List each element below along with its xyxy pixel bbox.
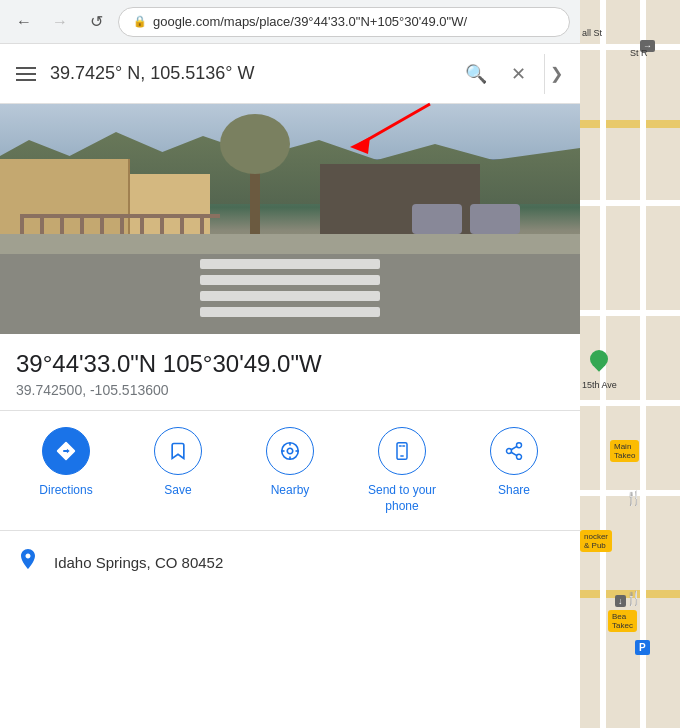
coordinates-dms: 39°44'33.0"N 105°30'49.0"W — [16, 350, 564, 378]
map-arrow: ↓ — [615, 595, 626, 607]
restaurant-icon: 🍴 — [625, 490, 642, 506]
back-button[interactable]: ← — [10, 8, 38, 36]
car-2 — [470, 204, 520, 234]
restaurant-icon: 🍴 — [625, 590, 642, 606]
send-to-phone-label: Send to your phone — [357, 483, 447, 514]
map-road-horizontal-major — [580, 120, 680, 128]
hamburger-line — [16, 73, 36, 75]
left-panel: ← → ↺ 🔒 google.com/maps/place/39°44'33.0… — [0, 0, 580, 728]
map-street-label: 15th Ave — [582, 380, 617, 390]
save-icon-circle — [154, 427, 202, 475]
tree — [250, 144, 260, 234]
collapse-button[interactable]: ❯ — [544, 54, 568, 94]
red-arrow-annotation — [320, 99, 440, 159]
reload-icon: ↺ — [90, 12, 103, 31]
location-row: Idaho Springs, CO 80452 — [0, 531, 580, 593]
search-query: 39.7425° N, 105.5136° W — [50, 63, 255, 84]
hamburger-line — [16, 67, 36, 69]
svg-line-0 — [360, 104, 430, 144]
share-label: Share — [498, 483, 530, 499]
lock-icon: 🔒 — [133, 15, 147, 28]
nearby-icon-circle — [266, 427, 314, 475]
hamburger-line — [16, 79, 36, 81]
parked-cars — [412, 204, 520, 234]
map-street-label: St R — [630, 48, 648, 58]
nearby-button[interactable]: Nearby — [245, 427, 335, 499]
search-icon: 🔍 — [465, 63, 487, 85]
forward-button[interactable]: → — [46, 8, 74, 36]
nearby-label: Nearby — [271, 483, 310, 499]
directions-button[interactable]: Directions — [21, 427, 111, 499]
svg-marker-1 — [350, 137, 370, 154]
map-road-horizontal — [580, 310, 680, 316]
trees — [220, 144, 320, 244]
street-view-image — [0, 104, 580, 334]
reload-button[interactable]: ↺ — [82, 8, 110, 36]
crosswalk-stripe — [200, 275, 380, 285]
location-pin-icon — [16, 547, 40, 577]
chevron-right-icon: ❯ — [550, 64, 563, 83]
location-address: Idaho Springs, CO 80452 — [54, 554, 223, 571]
car-1 — [412, 204, 462, 234]
share-button[interactable]: Share — [469, 427, 559, 499]
svg-point-3 — [287, 448, 293, 454]
map-road-horizontal — [580, 200, 680, 206]
browser-bar: ← → ↺ 🔒 google.com/maps/place/39°44'33.0… — [0, 0, 580, 44]
address-bar[interactable]: 🔒 google.com/maps/place/39°44'33.0"N+105… — [118, 7, 570, 37]
svg-line-13 — [511, 452, 517, 455]
svg-point-11 — [507, 449, 512, 454]
send-to-phone-button[interactable]: Send to your phone — [357, 427, 447, 514]
svg-point-12 — [517, 454, 522, 459]
action-buttons-row: Directions Save Nearby — [0, 411, 580, 531]
svg-line-14 — [511, 446, 517, 449]
map-poi: nocker& Pub — [580, 530, 612, 552]
share-icon — [504, 441, 524, 461]
close-icon: ✕ — [511, 63, 526, 85]
directions-icon-circle — [42, 427, 90, 475]
coordinates-decimal: 39.742500, -105.513600 — [16, 382, 564, 398]
search-input-wrapper: 39.7425° N, 105.5136° W — [50, 63, 450, 84]
search-bar: 39.7425° N, 105.5136° W 🔍 ✕ ❯ — [0, 44, 580, 104]
map-road-vertical — [640, 0, 646, 728]
map-background: → ↓ all St St R 15th Ave MainTakeo nocke… — [580, 0, 680, 728]
parking-icon: P — [635, 640, 650, 655]
back-icon: ← — [16, 13, 32, 31]
directions-label: Directions — [39, 483, 92, 499]
svg-rect-8 — [397, 443, 407, 460]
save-button[interactable]: Save — [133, 427, 223, 499]
phone-icon — [392, 441, 412, 461]
share-icon-circle — [490, 427, 538, 475]
crosswalk-stripe — [200, 307, 380, 317]
map-panel[interactable]: → ↓ all St St R 15th Ave MainTakeo nocke… — [580, 0, 680, 728]
map-street-label: all St — [582, 28, 602, 38]
nearby-icon — [279, 440, 301, 462]
send-to-phone-icon-circle — [378, 427, 426, 475]
map-poi: BeaTakec — [608, 610, 637, 632]
clear-button[interactable]: ✕ — [502, 58, 534, 90]
poi-marker — [586, 346, 611, 371]
url-text: google.com/maps/place/39°44'33.0"N+105°3… — [153, 14, 467, 29]
save-icon — [168, 441, 188, 461]
crosswalk-stripe — [200, 291, 380, 301]
svg-point-10 — [517, 443, 522, 448]
menu-button[interactable] — [12, 63, 40, 85]
crosswalk-stripe — [200, 259, 380, 269]
directions-icon — [55, 440, 77, 462]
search-button[interactable]: 🔍 — [460, 58, 492, 90]
map-poi: MainTakeo — [610, 440, 639, 462]
info-panel: 39°44'33.0"N 105°30'49.0"W 39.742500, -1… — [0, 334, 580, 411]
map-road-horizontal — [580, 400, 680, 406]
crosswalk — [200, 259, 380, 319]
forward-icon: → — [52, 13, 68, 31]
save-label: Save — [164, 483, 191, 499]
